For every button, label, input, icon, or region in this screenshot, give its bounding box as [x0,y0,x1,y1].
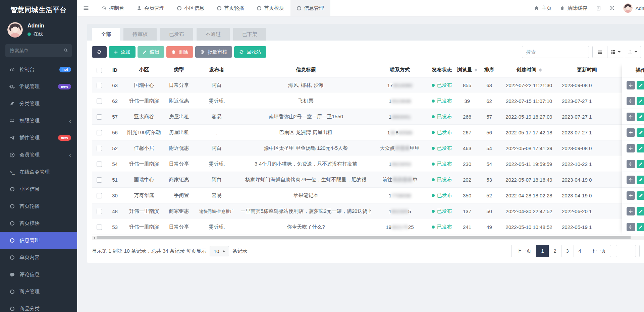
columns-toggle-button[interactable] [607,46,624,58]
scrollbar-left-arrow[interactable] [92,236,96,240]
column-header-created[interactable]: 创建时间 [499,63,558,77]
pagination-page-4[interactable]: 4 [574,245,586,257]
pagination-page-3[interactable]: 3 [561,245,574,257]
sidebar-search-input[interactable] [5,44,72,57]
navbar-user[interactable]: Admin [623,3,644,13]
row-checkbox[interactable] [97,177,102,183]
row-actions-5 [622,140,644,156]
pagination-prev[interactable]: 上一页 [511,245,537,257]
filter-tab-3[interactable]: 已发布 [160,28,193,41]
pagination-next[interactable]: 下一页 [586,245,611,257]
sidebar-item-1[interactable]: 控制台hot [0,61,77,78]
cell-type: 商家钜惠 [165,203,193,219]
sidebar-item-2[interactable]: 常规管理new [0,78,77,95]
row-checkbox[interactable] [97,225,102,230]
refresh-button[interactable] [92,46,107,58]
batch-audit-button[interactable]: 批量审核 [195,46,232,58]
horizontal-scrollbar[interactable] [92,236,644,240]
row-edit-button[interactable] [637,160,644,168]
fullscreen-toggle[interactable] [610,6,614,10]
topnav-tab-label: 控制台 [109,5,124,11]
sidebar-item-10[interactable]: 首页模块 [0,215,77,232]
sidebar-item-12[interactable]: 单页内容 [0,249,77,266]
sidebar-item-6[interactable]: 会员管理‹ [0,146,77,164]
table-search-input[interactable] [522,46,589,58]
row-move-button[interactable] [627,97,635,105]
page-jump-input[interactable] [616,245,636,257]
status-label: 已发布 [437,224,452,230]
row-checkbox[interactable] [97,114,102,120]
add-button[interactable]: 添加 [109,46,136,58]
select-all-checkbox[interactable] [97,68,102,73]
sidebar-item-8[interactable]: 小区信息 [0,181,77,198]
pagination-page-1[interactable]: 1 [536,245,549,257]
row-move-button[interactable] [627,113,635,121]
row-move-button[interactable] [627,160,635,168]
row-edit-button[interactable] [637,223,644,231]
row-checkbox[interactable] [97,146,102,151]
panel-card: 全部待审核已发布不通过已下架 添加编辑删除批量审核回收站 ID小 [87,24,644,263]
row-checkbox[interactable] [97,99,102,104]
language-doc-button[interactable] [596,6,601,11]
row-edit-button[interactable] [637,191,644,200]
row-checkbox[interactable] [97,209,102,214]
edit-button[interactable]: 编辑 [138,46,164,58]
row-edit-button[interactable] [637,113,644,121]
sidebar-item-9[interactable]: 首页轮播 [0,198,77,215]
sidebar-item-15[interactable]: 商品分类 [0,300,77,312]
row-move-button[interactable] [627,128,635,137]
scrollbar-thumb[interactable] [97,236,631,239]
topnav-tab-5[interactable]: 首页模块 [251,0,290,16]
page-size-select[interactable]: 10 [210,246,229,256]
recycle-bin-button[interactable]: 回收站 [234,46,266,58]
filter-tab-5[interactable]: 已下架 [233,28,266,41]
row-edit-button[interactable] [637,81,644,89]
clear-cache-link[interactable]: 清除缓存 [560,5,587,11]
sort-icon [539,67,542,73]
filter-tab-1[interactable]: 全部 [92,28,120,41]
sidebar-item-13[interactable]: 评论信息 [0,266,77,283]
row-edit-button[interactable] [637,128,644,137]
row-checkbox[interactable] [97,130,102,135]
row-move-button[interactable] [627,176,635,184]
row-edit-button[interactable] [637,144,644,152]
topnav-tab-3[interactable]: 小区信息 [171,0,211,16]
row-checkbox[interactable] [97,162,102,167]
row-checkbox[interactable] [97,83,102,88]
column-header-views[interactable]: 浏览量 [455,63,479,77]
sidebar-item-3[interactable]: 分类管理 [0,95,77,112]
row-move-button[interactable] [627,207,635,215]
sidebar-item-7[interactable]: >_在线命令管理 [0,164,77,181]
row-move-button[interactable] [627,81,635,89]
row-move-button[interactable] [627,223,635,231]
filter-tab-4[interactable]: 不通过 [197,28,230,41]
sidebar-item-4[interactable]: 权限管理‹ [0,112,77,129]
row-edit-button[interactable] [637,97,644,105]
cell-views: 350 [455,188,479,203]
row-checkbox[interactable] [97,193,102,198]
row-move-button[interactable] [627,191,635,200]
topnav-tab-4[interactable]: 首页轮播 [211,0,251,16]
redacted-text: 90586 [398,130,413,135]
export-button[interactable] [624,46,641,58]
sidebar-toggle-icon[interactable] [77,0,95,16]
filter-tab-2[interactable]: 待审核 [123,28,157,41]
sidebar-item-11[interactable]: 信息管理 [0,232,77,249]
row-move-button[interactable] [627,144,635,152]
pencil-icon [143,50,147,54]
row-edit-button[interactable] [637,207,644,215]
row-edit-button[interactable] [637,176,644,184]
topnav-tab-2[interactable]: 会员管理 [130,0,171,16]
nav-home-link[interactable]: 主页 [534,5,551,11]
page-jump-button[interactable]: 跳转 [639,245,644,257]
pagination-page-2[interactable]: 2 [549,245,561,257]
user-avatar[interactable] [7,22,23,38]
cell-sort: 62 [479,93,499,109]
detail-view-button[interactable] [592,46,607,58]
topnav-tab-1[interactable]: 控制台 [95,0,130,16]
sidebar-item-14[interactable]: 商户管理 [0,283,77,300]
sidebar-item-5[interactable]: 插件管理new [0,129,77,146]
delete-button[interactable]: 删除 [166,46,193,58]
table-header-row: ID小区类型发布者信息标题联系方式发布状态浏览量排序创建时间更新时间 [92,63,644,77]
topnav-tab-6[interactable]: 信息管理 [290,0,330,16]
